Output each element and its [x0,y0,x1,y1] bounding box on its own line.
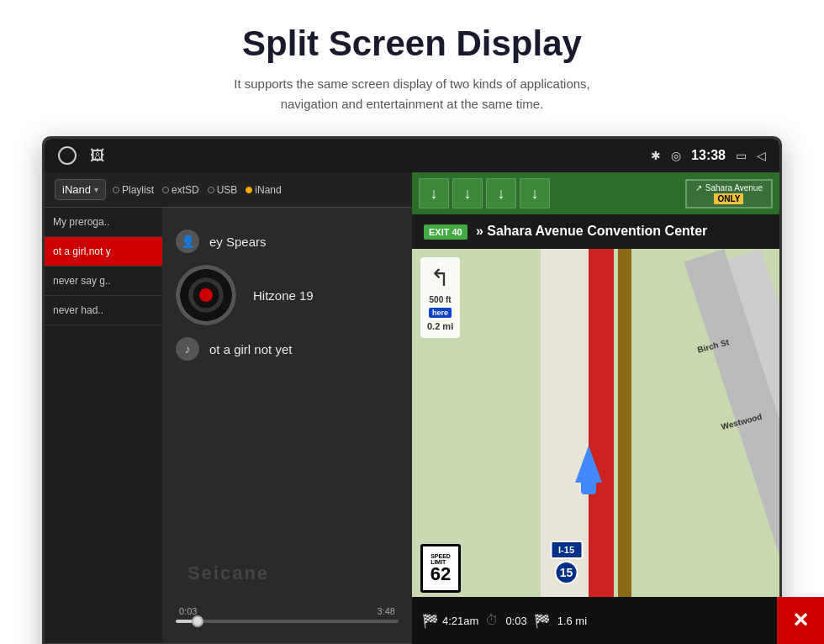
track-item[interactable]: never say g.. [45,267,162,296]
track-list: My preroga.. ot a girl,not y never say g… [45,208,162,643]
location-icon: ◎ [671,149,681,162]
bluetooth-icon: ✱ [651,149,661,162]
page-header: Split Screen Display It supports the sam… [0,0,824,128]
home-circle-icon[interactable] [58,146,77,165]
eta-arrival: 🏁 4:21am [422,613,478,629]
source-tab-playlist[interactable]: Playlist [113,184,154,196]
highway-arrow-2: ↓ [452,178,483,209]
music-note-icon: ♪ [176,337,199,361]
source-selector[interactable]: iNand ▾ [55,179,106,200]
screen-icon: ▭ [736,149,747,162]
song-row: ♪ ot a girl not yet [176,337,399,361]
map-area: Birch St Westwood ↱ 500 ft here 0.2 mi S… [412,249,779,643]
source-tab-inand[interactable]: iNand [246,184,281,196]
source-tab-extsd-label: extSD [172,184,199,196]
nav-bottom-bar: 🏁 4:21am ⏱ 0:03 🏁 1.6 mi ✕ [412,597,782,644]
highway-arrow-1: ↓ [419,178,449,209]
chevron-down-icon: ▾ [94,185,98,194]
eta-elapsed-time: 0:03 [505,615,526,627]
highway-badge-container: I-15 15 [550,541,583,584]
track-item[interactable]: My preroga.. [45,208,162,237]
eta-divider-1: ⏱ [485,613,499,628]
vinyl-icon [176,265,236,325]
status-bar: 🖼 ✱ ◎ 13:38 ▭ ◁ [45,139,779,172]
page-subtitle: It supports the same screen display of t… [34,74,790,114]
artist-icon: 👤 [176,230,199,253]
source-tab-extsd[interactable]: extSD [162,184,199,196]
here-badge: here [429,308,452,318]
music-panel: iNand ▾ Playlist extSD USB [45,172,412,643]
highway-arrow-4: ↓ [520,178,550,209]
source-tab-inand-label: iNand [255,184,281,196]
eta-divider-2: 🏁 [534,613,551,629]
player-info: 👤 ey Spears Hitzone 19 ♪ ot a girl not y… [162,208,412,643]
progress-total: 3:48 [378,606,395,616]
highway-arrow-3: ↓ [486,178,516,209]
page-title: Split Screen Display [34,24,790,64]
source-tab-playlist-label: Playlist [122,184,154,196]
album-name: Hitzone 19 [253,288,314,303]
track-item[interactable]: never had.. [45,296,162,325]
nav-eta: 🏁 4:21am ⏱ 0:03 🏁 1.6 mi [412,613,777,629]
road-brown [618,249,631,643]
highway-strip: ↓ ↓ ↓ ↓ ↗ Sahara Avenue ONLY [412,172,779,214]
eta-arrival-time: 4:21am [442,615,478,627]
vinyl-center [199,288,213,302]
player-meta: 👤 ey Spears Hitzone 19 ♪ ot a girl not y… [176,230,399,361]
highway-badge-15: 15 [555,561,578,584]
radio-playlist-icon [113,187,119,193]
turn-distance-mi: 0.2 mi [427,321,453,331]
radio-inand-icon [246,187,252,193]
image-icon: 🖼 [90,147,105,165]
nav-arrow-up [575,446,602,483]
artist-name: ey Spears [209,235,267,249]
source-label: iNand [62,183,91,196]
speed-limit-value: 62 [430,565,451,583]
turn-distance: 500 ft [430,295,452,304]
nav-arrow-body [581,481,596,494]
only-badge: ONLY [714,193,743,204]
status-time: 13:38 [691,148,726,163]
progress-bar[interactable] [176,620,399,623]
artist-row: 👤 ey Spears [176,230,399,253]
eta-elapsed: 0:03 [505,615,526,627]
turn-arrow-icon: ↱ [430,264,450,292]
exit-description: » Sahara Avenue Convention Center [476,224,707,238]
eta-distance-value: 1.6 mi [557,615,587,627]
exit-right-sign: ↗ Sahara Avenue ONLY [685,179,773,209]
device-frame: 🖼 ✱ ◎ 13:38 ▭ ◁ iNand ▾ Playlist [42,136,782,644]
status-left: 🖼 [58,146,105,165]
track-item-active[interactable]: ot a girl,not y [45,237,162,267]
status-right: ✱ ◎ 13:38 ▭ ◁ [651,148,766,163]
progress-times: 0:03 3:48 [176,606,399,616]
checkered-flag-start-icon: 🏁 [422,613,439,629]
highway-i15-label: I-15 [550,541,583,559]
album-row: Hitzone 19 [176,265,399,325]
speed-limit-sign: SPEEDLIMIT 62 [420,544,461,593]
split-container: iNand ▾ Playlist extSD USB [45,172,779,643]
radio-extsd-icon [162,187,169,193]
source-tab-usb[interactable]: USB [208,184,238,196]
back-icon: ◁ [757,149,766,162]
turn-panel: ↱ 500 ft here 0.2 mi [420,257,460,338]
exit-info-bar: EXIT 40 » Sahara Avenue Convention Cente… [412,214,779,249]
exit-arrow-text: ↗ Sahara Avenue [695,183,763,193]
nav-panel: ↓ ↓ ↓ ↓ ↗ Sahara Avenue ONLY EXIT 40 » S… [412,172,779,643]
close-nav-button[interactable]: ✕ [777,597,782,644]
exit-badge: EXIT 40 [424,224,467,240]
progress-section: 0:03 3:48 [176,599,399,630]
progress-thumb[interactable] [192,615,203,627]
song-name: ot a girl not yet [209,342,292,356]
playlist-header: iNand ▾ Playlist extSD USB [45,172,412,208]
source-tabs: Playlist extSD USB iNand [113,184,282,196]
player-area: My preroga.. ot a girl,not y never say g… [45,208,412,643]
progress-current: 0:03 [179,606,197,616]
eta-distance: 1.6 mi [557,615,587,627]
source-tab-usb-label: USB [217,184,238,196]
nav-arrow-container [575,446,602,494]
radio-usb-icon [208,187,214,193]
